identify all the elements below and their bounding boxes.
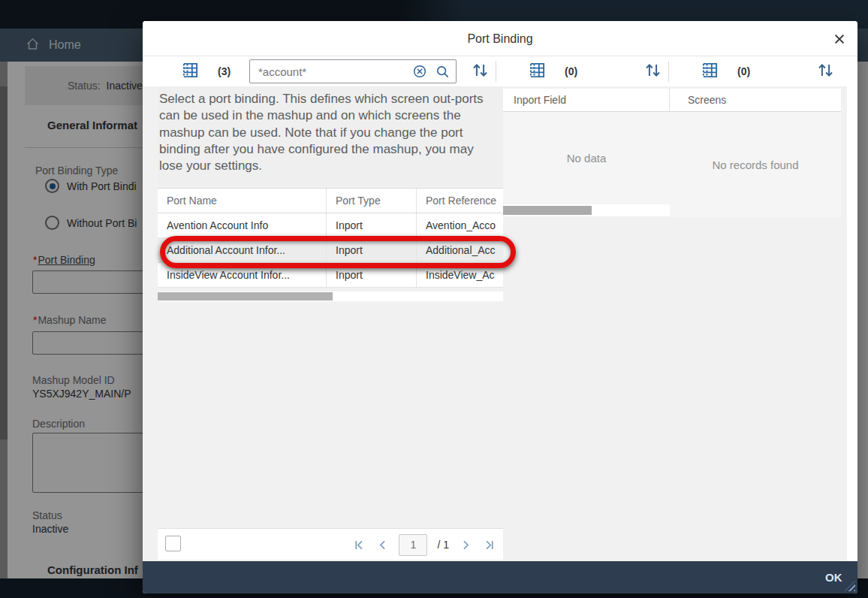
inport-field-empty-area: No data xyxy=(503,112,670,204)
cell-port-type: Inport xyxy=(327,213,417,237)
dialog-content: Select a port binding. This defines whic… xyxy=(143,86,857,561)
search-field[interactable] xyxy=(249,59,457,83)
column-header-port-reference[interactable]: Port Reference xyxy=(417,189,503,213)
column-header-port-type[interactable]: Port Type xyxy=(327,189,417,213)
dialog-footer: OK xyxy=(143,561,857,593)
table-view-icon[interactable] xyxy=(529,62,546,81)
cell-port-name: InsideView Account Infor... xyxy=(158,263,327,287)
close-icon[interactable] xyxy=(830,30,848,48)
horizontal-scrollbar-thumb[interactable] xyxy=(503,206,592,215)
cell-port-type: Inport xyxy=(327,263,417,287)
no-records-text: No records found xyxy=(712,159,798,171)
page-number-input[interactable] xyxy=(399,534,427,556)
cell-port-reference: InsideView_Ac xyxy=(417,263,503,287)
dialog-header: Port Binding xyxy=(143,21,857,56)
horizontal-scrollbar[interactable] xyxy=(503,204,675,216)
sort-icon[interactable] xyxy=(817,62,834,81)
resize-grip[interactable] xyxy=(845,581,855,591)
table-footer-row: / 1 xyxy=(158,528,503,560)
next-page-icon[interactable] xyxy=(459,538,472,551)
screens-header-label: Screens xyxy=(688,94,726,106)
screens-header: Screens xyxy=(670,89,841,112)
previous-page-icon[interactable] xyxy=(375,538,389,551)
inport-field-count: (0) xyxy=(565,65,577,77)
sort-icon[interactable] xyxy=(644,62,662,81)
table-row[interactable]: InsideView Account Infor... Inport Insid… xyxy=(158,263,503,288)
horizontal-scrollbar[interactable] xyxy=(158,291,503,301)
search-icon[interactable] xyxy=(433,62,451,80)
dialog-info-text: Select a port binding. This defines whic… xyxy=(158,86,503,186)
toolbar-divider xyxy=(668,61,669,82)
sort-icon[interactable] xyxy=(472,62,489,81)
port-binding-dialog: Port Binding (3) xyxy=(143,21,857,593)
page-total-label: / 1 xyxy=(437,539,449,551)
paginator: / 1 xyxy=(352,529,496,560)
inport-field-header-label: Inport Field xyxy=(514,94,566,106)
cell-port-name: Additional Account Infor... xyxy=(158,238,327,262)
horizontal-scrollbar-thumb[interactable] xyxy=(158,292,333,301)
clear-search-icon[interactable] xyxy=(411,62,429,80)
inport-field-header: Inport Field xyxy=(503,89,670,112)
toolbar-divider xyxy=(496,61,496,82)
table-row[interactable]: Avention Account Info Inport Avention_Ac… xyxy=(158,213,503,238)
screens-count: (0) xyxy=(737,65,750,77)
screen: Home Status: Inactive General Informat P… xyxy=(0,0,868,598)
cell-port-type: Inport xyxy=(327,238,417,262)
content-right-gutter xyxy=(847,86,857,561)
no-data-text: No data xyxy=(567,152,607,165)
port-table-count: (3) xyxy=(218,65,231,77)
cell-port-name: Avention Account Info xyxy=(158,213,327,237)
screens-empty-area: No records found xyxy=(670,112,841,218)
first-page-icon[interactable] xyxy=(352,538,366,551)
table-row-highlighted[interactable]: Additional Account Infor... Inport Addit… xyxy=(158,238,503,263)
cell-port-reference: Additional_Acc xyxy=(417,238,503,262)
dialog-toolbar: (3) xyxy=(143,56,857,86)
search-input[interactable] xyxy=(257,65,411,79)
port-table-header: Port Name Port Type Port Reference xyxy=(158,188,503,213)
column-header-port-name[interactable]: Port Name xyxy=(158,189,327,213)
dialog-title: Port Binding xyxy=(143,21,857,56)
table-view-icon[interactable] xyxy=(182,62,199,81)
last-page-icon[interactable] xyxy=(482,538,496,551)
cell-port-reference: Avention_Acco xyxy=(417,213,503,237)
ok-button[interactable]: OK xyxy=(825,561,842,593)
select-checkbox[interactable] xyxy=(165,536,181,551)
table-view-icon[interactable] xyxy=(701,62,719,81)
